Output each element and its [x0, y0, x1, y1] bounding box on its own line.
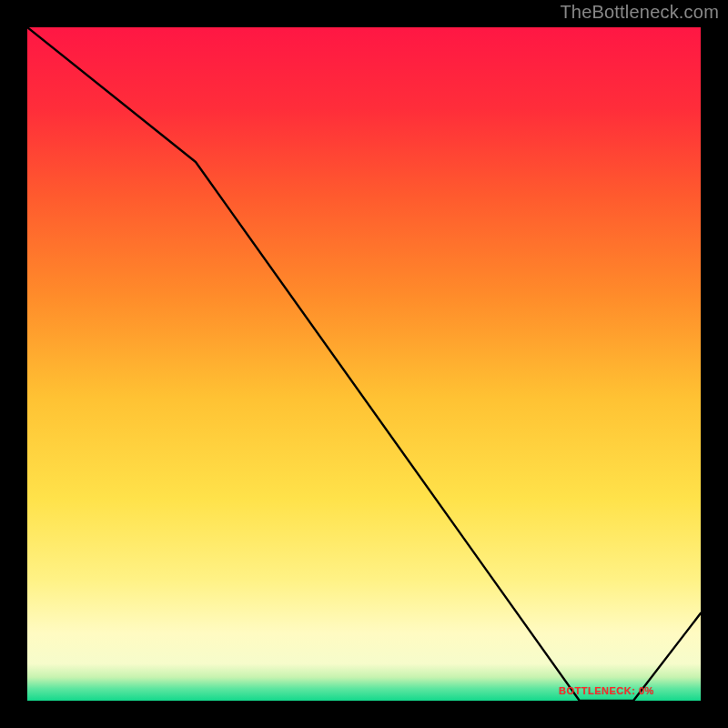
annotation-label: BOTTLENECK: 0%: [559, 685, 654, 696]
watermark-text: TheBottleneck.com: [560, 2, 719, 23]
plot-svg: [27, 27, 701, 701]
plot-background: [27, 27, 701, 701]
chart-container: TheBottleneck.com BOTTLENECK: 0%: [0, 0, 728, 728]
plot-frame: BOTTLENECK: 0%: [27, 27, 701, 701]
